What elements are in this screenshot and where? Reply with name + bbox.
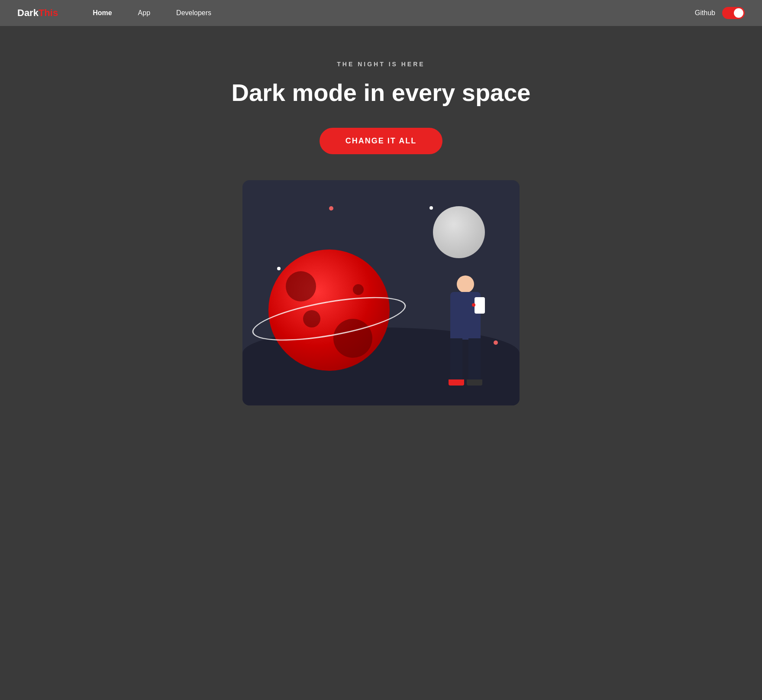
person-shoe-right [467,379,482,386]
illustration-background [242,180,520,405]
nav-link-app[interactable]: App [138,9,150,17]
decorative-dot-2 [429,206,433,210]
person-leg-left [450,338,462,382]
nav-link-developers[interactable]: Developers [176,9,211,17]
person-phone [475,297,485,314]
hero-subtitle: THE NIGHT IS HERE [337,61,425,68]
hero-illustration [242,180,520,405]
phone-dot [472,303,475,307]
decorative-dot-1 [329,206,333,211]
hero-section: THE NIGHT IS HERE Dark mode in every spa… [0,26,762,405]
nav-links: Home App Developers [93,9,695,17]
crater-3 [333,319,372,358]
hero-title: Dark mode in every space [231,78,530,107]
crater-2 [303,310,320,327]
dark-mode-toggle[interactable] [722,7,745,19]
moon [433,206,485,258]
logo-this-text: This [39,7,58,18]
logo[interactable]: DarkThis [17,7,58,19]
cta-button[interactable]: CHANGE IT ALL [320,128,442,154]
person-head [457,275,474,293]
github-link[interactable]: Github [695,9,715,17]
crater-4 [353,284,364,295]
decorative-dot-3 [277,267,281,270]
person-figure [437,275,494,397]
nav-link-home[interactable]: Home [93,9,112,17]
person-shoe-left [449,379,464,386]
nav-right: Github [695,7,745,19]
person-leg-right [468,338,481,382]
navbar: DarkThis Home App Developers Github [0,0,762,26]
toggle-knob [734,8,743,18]
logo-dark-text: Dark [17,7,39,18]
planet [268,250,390,371]
crater-1 [286,271,316,301]
